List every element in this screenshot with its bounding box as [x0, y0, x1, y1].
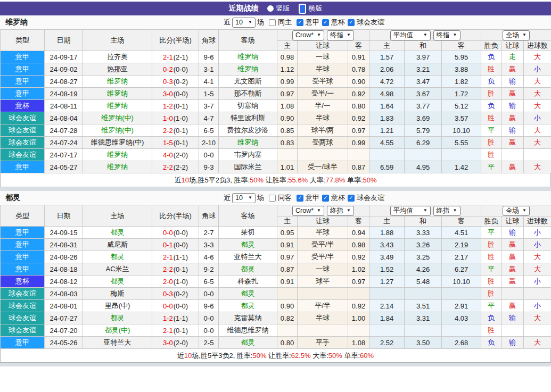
layout-radio-group: 竖版 横版 — [267, 4, 323, 14]
league-type-badge: 意甲 — [1, 63, 45, 76]
corner-count: 2-5 — [199, 337, 219, 349]
chevron-down-icon: ▼ — [317, 33, 321, 37]
halftime-score: (0-0) — [174, 241, 188, 249]
handicap-home-odds: 0.83 — [277, 137, 298, 149]
handicap-line: 一球 — [298, 51, 348, 63]
same-venue-checkbox[interactable] — [269, 19, 276, 26]
away-team: 维德思维罗纳 — [219, 324, 277, 337]
avg-home-odds: 3.49 — [369, 251, 405, 263]
page-title: 近期战绩 — [229, 4, 259, 13]
fulltime-score: 0-0 — [163, 302, 173, 310]
home-team: 梅斯 — [83, 288, 152, 300]
fulltime-score: 1-2 — [163, 102, 173, 110]
final-index-select[interactable]: 终指▼ — [433, 206, 460, 216]
halftime-score: (0-1) — [174, 102, 188, 110]
handicap-line: 半球 — [298, 227, 348, 239]
summary-segment: 场,胜5平3负2, 胜率: — [192, 351, 252, 361]
match-count-select[interactable]: 10 ▼ — [232, 193, 256, 203]
radio-icon[interactable] — [267, 5, 274, 12]
handicap-home-odds: 0.99 — [277, 76, 298, 88]
summary-segment: 近 — [174, 176, 181, 185]
final-index-select[interactable]: 终指▼ — [433, 30, 460, 40]
corner-count: 9-6 — [199, 300, 219, 312]
filter-label-coppa-italia: 意杯 — [331, 193, 345, 203]
same-venue-checkbox[interactable] — [269, 195, 276, 202]
filter-label-friendly: 球会友谊 — [357, 193, 384, 203]
corner-count: 3-7 — [199, 100, 219, 112]
avg-away-odds: 2.68 — [442, 337, 481, 349]
result-goals — [524, 324, 551, 337]
radio-option-vertical[interactable]: 竖版 — [267, 4, 290, 13]
col-sub-handicap: 让球 — [298, 41, 348, 51]
handicap-away-odds: 0.80 — [348, 100, 369, 112]
result-outcome: 胜 — [481, 251, 501, 263]
away-team: 维罗纳 — [219, 51, 277, 63]
avg-home-odds: 1.52 — [369, 263, 405, 276]
away-team: 尤文图斯 — [219, 76, 277, 88]
fulltime-select[interactable]: 全场▼ — [503, 206, 530, 216]
filter-checkbox-serie-a[interactable]: ✓ — [297, 195, 303, 202]
score-cell: 3-0(0-0) — [152, 88, 199, 100]
bookmaker-select[interactable]: Crow*▼ — [292, 30, 324, 40]
filter-checkbox-coppa-italia[interactable]: ✓ — [322, 195, 329, 202]
radio-icon[interactable] — [299, 4, 306, 14]
match-row: 球会友谊24-08-04维罗纳(中)1-0(1-0)4-7特里波利斯0.90半球… — [1, 112, 551, 124]
final-odds-select[interactable]: 终指▼ — [327, 30, 354, 40]
handicap-line: 半球 — [298, 312, 348, 324]
filter-checkbox-friendly[interactable]: ✓ — [348, 195, 355, 202]
filter-checkbox-coppa-italia[interactable]: ✓ — [322, 19, 329, 26]
col-sub-handicap-result: 让球 — [501, 41, 524, 51]
avg-away-odds: 1.82 — [442, 76, 481, 88]
avg-draw-odds: 3.25 — [405, 251, 442, 263]
col-sub-away-odds: 客 — [348, 216, 369, 227]
corner-count: 6-5 — [199, 124, 219, 137]
result-goals: 小 — [524, 239, 551, 251]
handicap-home-odds: 0.95 — [277, 227, 298, 239]
result-outcome: 胜 — [481, 137, 501, 149]
col-header-type: 类型 — [1, 205, 45, 227]
handicap-line: 半/一 — [298, 100, 348, 112]
home-team: 维德思维罗纳(中) — [83, 137, 152, 149]
record-summary: 近10场,胜5平2负3, 胜率:50% 让胜率:55.6% 大率:77.8% 单… — [0, 173, 551, 187]
result-goals: 大 — [524, 161, 551, 173]
handicap-away-odds: 0.92 — [348, 251, 369, 263]
average-select[interactable]: 平均值▼ — [390, 206, 431, 216]
avg-away-odds — [442, 324, 481, 337]
filter-checkbox-friendly[interactable]: ✓ — [348, 19, 355, 26]
handicap-line: 一球 — [298, 263, 348, 276]
result-outcome: 胜 — [481, 324, 501, 337]
avg-away-odds: 5.55 — [442, 137, 481, 149]
league-type-badge: 意甲 — [1, 263, 45, 276]
average-select[interactable]: 平均值▼ — [390, 30, 431, 40]
score-cell: 4-0(2-0) — [152, 149, 199, 161]
match-date: 24-08-11 — [45, 100, 83, 112]
team-section-verona: 维罗纳 近 10 ▼ 场 同主 ✓ 意甲 ✓ 意杯 ✓ 球会友谊 类型 — [0, 15, 551, 187]
filter-label-coppa-italia: 意杯 — [331, 18, 345, 27]
handicap-away-odds: 0.92 — [348, 300, 369, 312]
match-row: 球会友谊24-07-24维德思维罗纳(中)1-5(0-1)2-10维罗纳0.83… — [1, 137, 551, 149]
bookmaker-select[interactable]: Crow*▼ — [292, 206, 324, 216]
col-sub-goals: 进球数 — [524, 41, 551, 51]
league-type-badge: 球会友谊 — [1, 137, 45, 149]
avg-draw-odds — [405, 149, 442, 161]
filter-controls: 近 10 ▼ 场 同客 ✓ 意甲 ✓ 意杯 ✓ 球会友谊 — [224, 191, 384, 205]
score-cell: 2-2(0-1) — [152, 263, 199, 276]
handicap-home-odds — [277, 324, 298, 337]
match-count-select[interactable]: 10 ▼ — [232, 18, 256, 28]
avg-away-odds: 3.88 — [442, 63, 481, 76]
radio-option-horizontal[interactable]: 横版 — [299, 4, 323, 14]
avg-draw-odds: 3.51 — [405, 300, 442, 312]
match-row: 意甲24-09-02热那亚0-2(0-0)3-1维罗纳1.12半球0.782.0… — [1, 63, 551, 76]
fulltime-select[interactable]: 全场▼ — [503, 30, 530, 40]
halftime-score: (0-0) — [174, 90, 188, 98]
corner-count: 0-0 — [199, 312, 219, 324]
score-cell: 1-2(0-1) — [152, 100, 199, 112]
handicap-line — [298, 288, 348, 300]
final-odds-select[interactable]: 终指▼ — [327, 206, 354, 216]
avg-home-odds: 1.83 — [369, 112, 405, 124]
filter-checkbox-serie-a[interactable]: ✓ — [297, 19, 303, 26]
summary-segment: 让胜率: — [267, 351, 291, 361]
away-team: 维罗纳 — [219, 137, 277, 149]
average-group-header: 平均值▼ 终指▼ — [369, 205, 481, 216]
avg-away-odds: 3.57 — [442, 112, 481, 124]
